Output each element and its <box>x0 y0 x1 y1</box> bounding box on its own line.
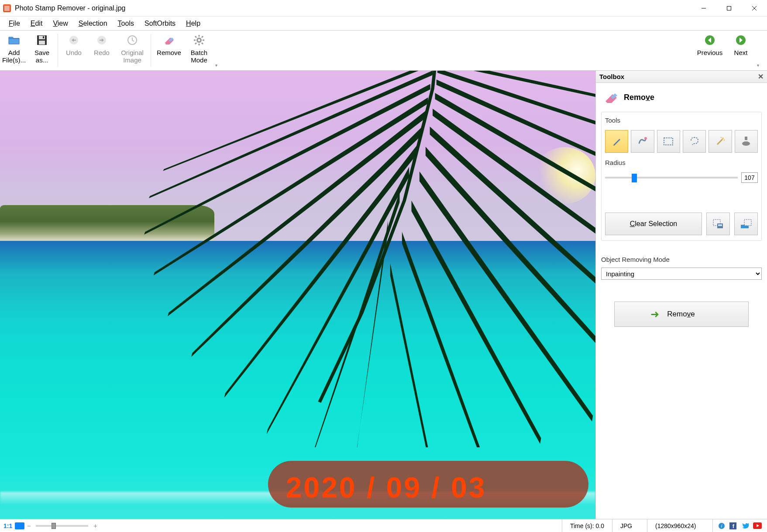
clear-selection-button[interactable]: Clear Selection <box>605 213 702 235</box>
tool-marker[interactable] <box>605 130 628 153</box>
toolbar-overflow[interactable]: ▾ <box>213 31 219 70</box>
tool-lasso[interactable] <box>683 130 706 153</box>
zoom-in-icon[interactable]: + <box>93 522 97 529</box>
twitter-icon[interactable] <box>741 522 749 529</box>
svg-point-29 <box>644 137 647 140</box>
redo-button[interactable]: Redo <box>88 31 116 70</box>
svg-rect-34 <box>745 137 747 140</box>
remove-label: Remove <box>157 49 181 56</box>
minimize-button[interactable] <box>691 0 716 16</box>
mode-label: Object Removing Mode <box>601 256 762 263</box>
svg-line-23 <box>195 43 196 44</box>
youtube-icon[interactable] <box>753 522 762 529</box>
zoom-out-icon[interactable]: − <box>27 522 31 529</box>
fit-to-screen-icon[interactable] <box>15 522 24 529</box>
save-selection-button[interactable] <box>706 213 730 235</box>
menu-help[interactable]: Help <box>182 18 205 29</box>
svg-point-31 <box>722 137 724 139</box>
zoom-ratio[interactable]: 1:1 <box>3 522 12 529</box>
tool-clone-stamp[interactable] <box>735 130 758 153</box>
toolbox-header: Toolbox ✕ <box>596 71 767 83</box>
gear-icon <box>193 33 205 47</box>
status-dimensions: (1280x960x24) <box>647 519 712 532</box>
remove-button[interactable]: Remove <box>153 31 185 70</box>
add-files-button[interactable]: Add File(s)... <box>0 31 28 70</box>
original-image-button[interactable]: Original Image <box>116 31 149 70</box>
toolbox-close-icon[interactable]: ✕ <box>758 72 764 81</box>
save-as-label: Save as... <box>28 49 56 64</box>
window-title: Photo Stamp Remover - original.jpg <box>15 4 691 12</box>
maximize-button[interactable] <box>716 0 742 16</box>
load-selection-button[interactable] <box>734 213 758 235</box>
undo-button[interactable]: Undo <box>60 31 88 70</box>
previous-label: Previous <box>697 49 722 56</box>
menu-edit[interactable]: Edit <box>26 18 47 29</box>
svg-line-21 <box>202 43 203 44</box>
info-icon[interactable]: i <box>718 522 725 529</box>
menubar: File Edit View Selection Tools SoftOrbit… <box>0 17 767 31</box>
arrow-right-icon: ➜ <box>650 308 659 320</box>
eraser-icon <box>162 33 175 47</box>
previous-button[interactable]: Previous <box>693 31 727 70</box>
menu-tools[interactable]: Tools <box>114 18 138 29</box>
save-as-button[interactable]: Save as... <box>28 31 56 70</box>
floppy-icon <box>36 33 48 47</box>
tool-freehand[interactable] <box>631 130 654 153</box>
svg-point-32 <box>724 140 725 141</box>
undo-icon <box>68 33 79 47</box>
remove-action-label: Remove <box>667 310 695 319</box>
close-button[interactable] <box>742 0 767 16</box>
radius-input[interactable] <box>741 172 758 183</box>
svg-rect-3 <box>727 6 731 10</box>
menu-selection[interactable]: Selection <box>74 18 112 29</box>
toolbox-section-label: Remove <box>624 93 654 102</box>
tool-magic-wand[interactable] <box>709 130 732 153</box>
svg-text:f: f <box>733 523 735 529</box>
svg-point-35 <box>742 141 750 146</box>
zoom-slider[interactable] <box>36 525 88 527</box>
redo-label: Redo <box>94 49 110 56</box>
add-files-label: Add File(s)... <box>0 49 28 64</box>
arrow-left-circle-icon <box>704 33 715 47</box>
toolbar-separator <box>58 34 58 67</box>
app-icon <box>3 4 11 13</box>
titlebar: Photo Stamp Remover - original.jpg <box>0 0 767 17</box>
radius-slider-thumb[interactable] <box>632 174 637 182</box>
original-image-label: Original Image <box>116 49 149 64</box>
toolbar-overflow-right[interactable]: ▾ <box>755 31 761 70</box>
remove-action-button[interactable]: ➜ Remove <box>614 302 749 327</box>
toolbar: Add File(s)... Save as... Undo Redo Orig… <box>0 31 767 71</box>
toolbox-title: Toolbox <box>599 73 624 80</box>
undo-label: Undo <box>66 49 82 56</box>
statusbar: 1:1 − + Time (s): 0.0 JPG (1280x960x24) … <box>0 519 767 532</box>
menu-view[interactable]: View <box>48 18 72 29</box>
svg-line-20 <box>195 36 196 38</box>
tool-icons-row <box>605 130 758 153</box>
radius-label: Radius <box>605 159 758 166</box>
batch-mode-button[interactable]: Batch Mode <box>185 31 213 70</box>
toolbox-panel: Toolbox ✕ Remove Tools Radius <box>595 71 767 519</box>
svg-rect-38 <box>718 224 722 226</box>
photo-content: 2020 / 09 / 03 <box>0 71 595 519</box>
radius-slider[interactable] <box>605 177 738 178</box>
eraser-icon <box>603 91 619 104</box>
datestamp-text: 2020 / 09 / 03 <box>286 471 487 504</box>
menu-file[interactable]: File <box>4 18 24 29</box>
image-canvas[interactable]: 2020 / 09 / 03 <box>0 71 595 519</box>
svg-line-22 <box>202 36 203 38</box>
svg-point-33 <box>721 137 722 138</box>
svg-rect-9 <box>43 36 44 38</box>
history-icon <box>127 33 138 47</box>
zoom-slider-thumb[interactable] <box>52 523 56 529</box>
facebook-icon[interactable]: f <box>729 522 736 529</box>
next-button[interactable]: Next <box>727 31 755 70</box>
batch-mode-label: Batch Mode <box>185 49 213 64</box>
redo-icon <box>96 33 107 47</box>
tool-rect-select[interactable] <box>657 130 680 153</box>
folder-open-icon <box>8 33 20 47</box>
menu-softorbits[interactable]: SoftOrbits <box>140 18 180 29</box>
arrow-right-circle-icon <box>735 33 746 47</box>
svg-rect-30 <box>664 138 673 145</box>
mode-select[interactable]: Inpainting <box>601 268 762 280</box>
status-format: JPG <box>612 519 647 532</box>
